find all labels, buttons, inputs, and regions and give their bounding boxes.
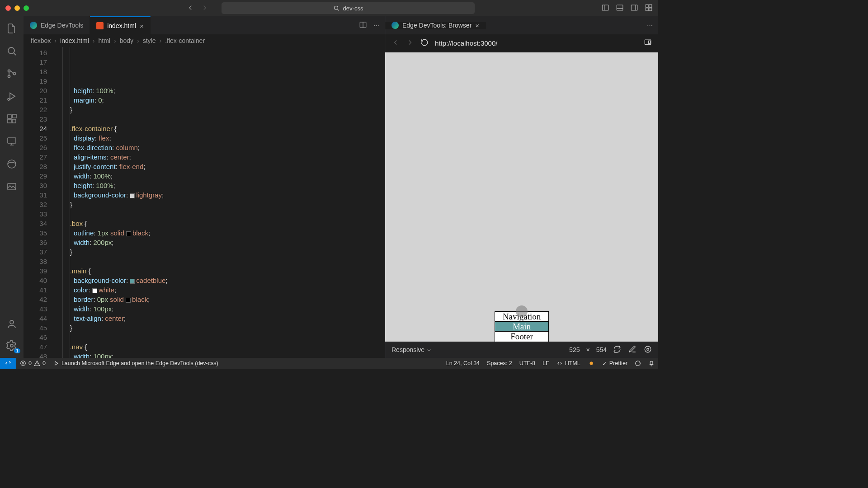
url-bar[interactable]: http://localhost:3000/: [435, 39, 637, 47]
explorer-icon[interactable]: [6, 23, 18, 34]
svg-point-15: [8, 99, 9, 100]
html5-icon: [96, 22, 104, 29]
tab-edge-browser[interactable]: Edge DevTools: Browser ×: [385, 22, 486, 29]
prettier-status[interactable]: ✓ Prettier: [599, 360, 631, 367]
launch-edge-hint[interactable]: Launch Microsoft Edge and open the Edge …: [49, 360, 222, 366]
nav-back-button[interactable]: [186, 4, 194, 13]
bc-item[interactable]: flexbox: [31, 37, 51, 44]
editor-group: Edge DevTools index.html × ⋯ flexbox› in…: [24, 16, 385, 358]
svg-point-21: [8, 160, 16, 168]
editor-tabs: Edge DevTools index.html × ⋯: [24, 16, 385, 34]
status-bar: 0 0 Launch Microsoft Edge and open the E…: [0, 358, 658, 369]
svg-point-12: [8, 70, 10, 72]
accounts-icon[interactable]: [6, 318, 18, 330]
edge-tools-icon[interactable]: [6, 158, 18, 170]
problems-button[interactable]: 0 0: [16, 360, 49, 366]
close-icon[interactable]: ×: [140, 22, 144, 30]
cursor-indicator: [516, 305, 528, 317]
source-control-icon[interactable]: [6, 68, 18, 80]
cursor-position[interactable]: Ln 24, Col 34: [443, 360, 483, 367]
responsive-dropdown[interactable]: Responsive: [392, 346, 432, 353]
project-name: dev-css: [343, 5, 363, 12]
browser-toolbar: http://localhost:3000/: [385, 34, 658, 52]
bc-item[interactable]: body: [120, 37, 133, 44]
bc-item[interactable]: style: [143, 37, 156, 44]
panel-bottom-icon[interactable]: [616, 4, 624, 13]
panel-left-icon[interactable]: [601, 4, 609, 13]
browser-reload-button[interactable]: [420, 38, 429, 48]
encoding[interactable]: UTF-8: [516, 360, 539, 367]
svg-rect-5: [631, 5, 637, 10]
layout-icon[interactable]: [645, 4, 653, 13]
screencast-target-icon[interactable]: [644, 345, 652, 355]
tab-label: Edge DevTools: Browser: [402, 22, 472, 29]
svg-point-14: [14, 73, 16, 75]
svg-point-32: [590, 362, 593, 365]
split-editor-icon[interactable]: [359, 21, 367, 30]
minimize-window-button[interactable]: [14, 5, 20, 11]
screencast-edit-icon[interactable]: [628, 345, 637, 355]
demo-main-box: Main: [495, 322, 548, 332]
tab-edge-devtools[interactable]: Edge DevTools: [24, 16, 90, 34]
extensions-icon[interactable]: [6, 113, 18, 125]
browser-forward-button[interactable]: [406, 38, 414, 48]
svg-rect-16: [8, 115, 11, 118]
svg-point-29: [645, 346, 651, 352]
dimension-x-icon: ×: [586, 346, 590, 353]
bc-item[interactable]: html: [99, 37, 110, 44]
tab-label: Edge DevTools: [41, 22, 83, 29]
svg-rect-10: [649, 8, 652, 10]
activity-bar: [0, 16, 24, 358]
rotate-icon[interactable]: [613, 345, 621, 355]
run-debug-icon[interactable]: [6, 90, 18, 102]
traffic-lights: [5, 5, 29, 11]
maximize-window-button[interactable]: [24, 5, 29, 11]
breadcrumbs[interactable]: flexbox› index.html› html› body› style› …: [24, 34, 385, 47]
svg-rect-20: [8, 138, 16, 143]
devtools-toggle-icon[interactable]: [644, 38, 652, 48]
svg-rect-3: [617, 5, 623, 10]
gallery-icon[interactable]: [6, 181, 18, 192]
browser-panel: Edge DevTools: Browser × ⋯ http://localh…: [385, 16, 658, 358]
bc-item[interactable]: index.html: [60, 37, 89, 44]
tab-label: index.html: [107, 22, 136, 29]
search-icon[interactable]: [6, 45, 18, 57]
settings-gear-icon[interactable]: [6, 340, 18, 352]
svg-point-30: [647, 348, 649, 350]
viewport-width[interactable]: 525: [569, 346, 580, 353]
more-actions-icon[interactable]: ⋯: [647, 22, 653, 29]
svg-rect-7: [646, 5, 648, 7]
browser-back-button[interactable]: [392, 38, 400, 48]
demo-footer-box: Footer: [495, 332, 548, 342]
close-window-button[interactable]: [5, 5, 11, 11]
svg-rect-9: [646, 8, 648, 10]
bell-icon[interactable]: [645, 360, 658, 367]
feedback-icon[interactable]: [631, 360, 645, 367]
browser-statusbar: Responsive 525 × 554: [385, 342, 658, 358]
remote-explorer-icon[interactable]: [6, 136, 18, 147]
svg-point-11: [8, 47, 14, 54]
tab-index-html[interactable]: index.html ×: [90, 16, 151, 34]
titlebar: dev-css: [0, 0, 658, 16]
svg-rect-18: [12, 119, 16, 123]
code-editor[interactable]: 1617181920212223242526272829303132333435…: [24, 47, 385, 358]
panel-right-icon[interactable]: [630, 4, 638, 13]
svg-rect-28: [649, 41, 651, 43]
close-icon[interactable]: ×: [475, 22, 479, 29]
language-mode[interactable]: HTML: [553, 360, 584, 367]
more-actions-icon[interactable]: ⋯: [373, 22, 379, 29]
bc-item[interactable]: .flex-container: [165, 37, 205, 44]
browser-viewport[interactable]: Navigation Main Footer: [385, 52, 658, 342]
eol[interactable]: LF: [539, 360, 553, 367]
remote-button[interactable]: [0, 358, 16, 369]
svg-point-24: [10, 344, 13, 347]
svg-rect-17: [8, 119, 11, 123]
svg-rect-8: [649, 5, 652, 7]
indentation[interactable]: Spaces: 2: [483, 360, 516, 367]
edge-icon: [392, 22, 399, 29]
nav-forward-button[interactable]: [201, 4, 209, 13]
svg-rect-1: [602, 5, 609, 10]
go-live-button[interactable]: [584, 360, 599, 367]
command-center[interactable]: dev-css: [222, 2, 475, 14]
viewport-height[interactable]: 554: [596, 346, 607, 353]
